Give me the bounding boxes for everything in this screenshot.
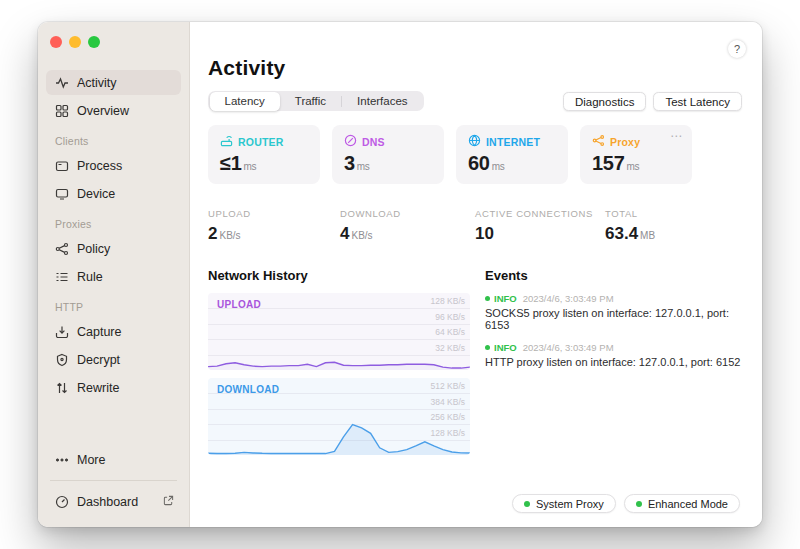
sidebar-bottom: More Dashboard (46, 447, 181, 517)
sidebar-item-process[interactable]: Process (46, 153, 181, 178)
sidebar: Activity Overview Clients Process Device (38, 22, 190, 527)
latency-card-value: 3ms (344, 152, 432, 175)
sidebar-item-overview[interactable]: Overview (46, 98, 181, 123)
share-nodes-icon (54, 241, 69, 256)
event-level-dot (485, 296, 490, 301)
sidebar-item-label: Capture (77, 325, 121, 339)
sidebar-item-label: Process (77, 159, 122, 173)
activity-pulse-icon (54, 75, 69, 90)
stats-row: UPLOAD 2KB/s DOWNLOAD 4KB/s ACTIVE CONNE… (208, 208, 742, 244)
latency-cards: ROUTER ≤1ms DNS 3ms INTERNET (208, 125, 742, 184)
sidebar-item-label: Dashboard (77, 495, 138, 509)
sidebar-item-label: Activity (77, 76, 117, 90)
external-link-icon (163, 495, 174, 509)
download-chart-label: DOWNLOAD (217, 384, 279, 395)
enhanced-mode-toggle[interactable]: Enhanced Mode (624, 494, 740, 513)
gauge-icon (54, 494, 69, 509)
stat-active-connections: ACTIVE CONNECTIONS 10 (475, 208, 605, 244)
chart-tick-label: 256 KB/s (431, 412, 466, 422)
latency-card-label: ROUTER (238, 136, 284, 148)
rule-list-icon (54, 269, 69, 284)
sidebar-item-activity[interactable]: Activity (46, 70, 181, 95)
sidebar-item-label: Policy (77, 242, 110, 256)
sidebar-section-clients: Clients (55, 135, 181, 147)
internet-latency-card: INTERNET 60ms (456, 125, 568, 184)
stat-upload: UPLOAD 2KB/s (208, 208, 340, 244)
sidebar-item-label: Rule (77, 270, 103, 284)
tab-latency[interactable]: Latency (210, 92, 280, 111)
grid-icon (54, 103, 69, 118)
status-pills: System Proxy Enhanced Mode (512, 494, 740, 513)
event-level: INFO (494, 342, 517, 353)
process-window-icon (54, 158, 69, 173)
tab-interfaces[interactable]: Interfaces (342, 92, 423, 111)
events-column: Events INFO 2023/4/6, 3:03:49 PM SOCKS5 … (485, 268, 742, 513)
pill-label: System Proxy (536, 498, 604, 510)
close-window-button[interactable] (50, 36, 62, 48)
chart-tick-label: 64 KB/s (435, 327, 465, 337)
shield-icon (54, 352, 69, 367)
sidebar-item-more[interactable]: More (46, 447, 181, 472)
event-level: INFO (494, 293, 517, 304)
sidebar-item-rewrite[interactable]: Rewrite (46, 375, 181, 400)
sidebar-item-decrypt[interactable]: Decrypt (46, 347, 181, 372)
dns-icon (344, 134, 357, 149)
stat-download: DOWNLOAD 4KB/s (340, 208, 475, 244)
proxy-latency-card: ⋯ Proxy 157ms (580, 125, 692, 184)
sidebar-item-capture[interactable]: Capture (46, 319, 181, 344)
page-title: Activity (208, 56, 742, 80)
stat-total: TOTAL 63.4MB (605, 208, 742, 244)
chart-tick-label: 96 KB/s (435, 312, 465, 322)
sidebar-item-policy[interactable]: Policy (46, 236, 181, 261)
system-proxy-toggle[interactable]: System Proxy (512, 494, 616, 513)
minimize-window-button[interactable] (69, 36, 81, 48)
swap-arrows-icon (54, 380, 69, 395)
sidebar-item-rule[interactable]: Rule (46, 264, 181, 289)
sidebar-item-label: Overview (77, 104, 129, 118)
event-item: INFO 2023/4/6, 3:03:49 PM HTTP proxy lis… (485, 342, 742, 368)
router-icon (220, 134, 233, 149)
help-button[interactable]: ? (728, 40, 746, 58)
latency-card-value: ≤1ms (220, 152, 308, 175)
tab-traffic[interactable]: Traffic (280, 92, 341, 111)
latency-card-label: DNS (362, 136, 385, 148)
event-timestamp: 2023/4/6, 3:03:49 PM (523, 342, 614, 353)
proxy-icon (592, 134, 605, 149)
sidebar-item-device[interactable]: Device (46, 181, 181, 206)
display-icon (54, 186, 69, 201)
events-title: Events (485, 268, 742, 283)
upload-chart-label: UPLOAD (217, 299, 261, 310)
traffic-lights (46, 34, 181, 56)
event-message: HTTP proxy listen on interface: 127.0.0.… (485, 356, 742, 368)
event-item: INFO 2023/4/6, 3:03:49 PM SOCKS5 proxy l… (485, 293, 742, 331)
internet-globe-icon (468, 134, 481, 149)
chart-tick-label: 384 KB/s (431, 397, 466, 407)
upload-chart: UPLOAD 128 KB/s96 KB/s64 KB/s32 KB/s (208, 293, 470, 370)
sidebar-item-label: Rewrite (77, 381, 119, 395)
latency-card-label: INTERNET (486, 136, 540, 148)
chart-tick-label: 32 KB/s (435, 343, 465, 353)
sidebar-item-label: Device (77, 187, 115, 201)
event-message: SOCKS5 proxy listen on interface: 127.0.… (485, 307, 742, 331)
zoom-window-button[interactable] (88, 36, 100, 48)
sidebar-item-label: More (77, 453, 105, 467)
sidebar-item-dashboard[interactable]: Dashboard (46, 489, 181, 514)
pill-label: Enhanced Mode (648, 498, 728, 510)
event-level-dot (485, 345, 490, 350)
network-history-title: Network History (208, 268, 470, 283)
status-dot-icon (524, 501, 530, 507)
main-content: ? Activity Latency Traffic Interfaces Di… (190, 22, 762, 527)
test-latency-button[interactable]: Test Latency (653, 92, 742, 111)
lower-section: Network History UPLOAD 128 KB/s96 KB/s64… (208, 268, 742, 513)
proxy-card-menu-button[interactable]: ⋯ (670, 129, 683, 143)
download-chart: DOWNLOAD 512 KB/s384 KB/s256 KB/s128 KB/… (208, 378, 470, 455)
chart-tick-label: 512 KB/s (431, 381, 466, 391)
capture-tray-icon (54, 324, 69, 339)
status-dot-icon (636, 501, 642, 507)
network-history-column: Network History UPLOAD 128 KB/s96 KB/s64… (208, 268, 470, 513)
dns-latency-card: DNS 3ms (332, 125, 444, 184)
sidebar-nav: Activity Overview Clients Process Device (46, 70, 181, 403)
diagnostics-button[interactable]: Diagnostics (563, 92, 646, 111)
sidebar-divider (50, 480, 177, 481)
chart-tick-label: 128 KB/s (431, 296, 466, 306)
